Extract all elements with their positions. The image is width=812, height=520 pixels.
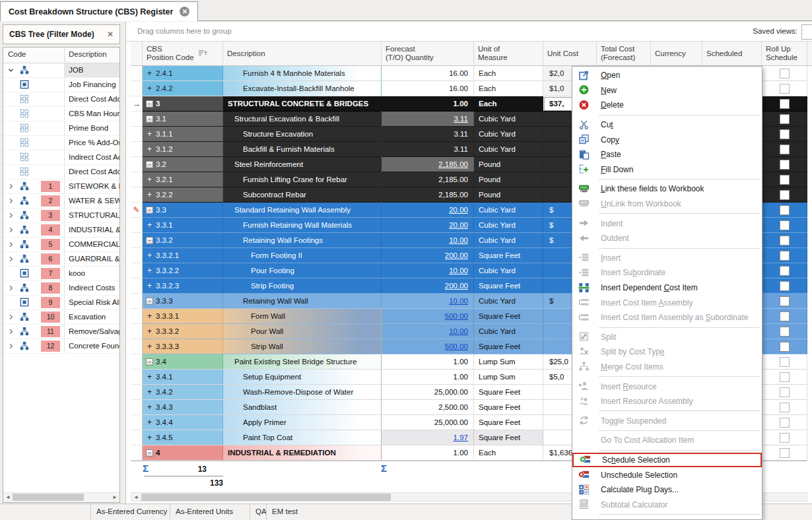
cell-unit-of-measure[interactable]: Each	[474, 445, 543, 461]
tree-row-direct-cost-add-o[interactable]: Direct Cost Add-O	[3, 92, 119, 107]
menu-item-open[interactable]: Open	[572, 68, 762, 83]
cell-unit-of-measure[interactable]: Lump Sum	[474, 370, 543, 385]
cell-roll-up-schedule[interactable]	[762, 324, 807, 339]
expand-icon[interactable]: +	[146, 313, 153, 320]
collapse-icon[interactable]: −	[146, 207, 153, 214]
column-header-blank[interactable]	[131, 42, 143, 66]
tree-row-excavation[interactable]: 10Excavation	[3, 310, 119, 325]
expand-icon[interactable]: +	[146, 343, 153, 350]
tree-row-job-financing[interactable]: Job Financing	[3, 78, 119, 92]
tree-horizontal-scrollbar[interactable]: ◄ ►	[3, 492, 119, 502]
roll-up-schedule-checkbox[interactable]	[780, 205, 790, 215]
cell-description[interactable]: Paint Top Coat	[223, 430, 382, 445]
roll-up-schedule-checkbox[interactable]	[780, 251, 790, 261]
expand-icon[interactable]: +	[146, 434, 153, 441]
cell-forecast-quantity[interactable]: 20.00	[382, 218, 474, 233]
column-header-unit-cost[interactable]: Unit Cost	[543, 42, 597, 66]
cell-unit-of-measure[interactable]: Cubic Yard	[474, 324, 543, 339]
scroll-right-icon[interactable]: ►	[110, 493, 119, 502]
expand-icon[interactable]: +	[146, 282, 153, 290]
cell-position-code[interactable]: −3.3.3	[143, 294, 223, 309]
cell-description[interactable]: Setup Equipment	[223, 370, 382, 385]
column-header-roll-up-schedule[interactable]: Roll Up Schedule	[762, 42, 807, 66]
roll-up-schedule-checkbox[interactable]	[780, 418, 790, 428]
menu-item-insert-cost-item-assembly[interactable]: Insert Cost Item Assembly	[572, 295, 762, 310]
cell-unit-of-measure[interactable]: Cubic Yard	[474, 218, 543, 233]
tab-cbs-register[interactable]: Cost Breakdown Structure (CBS) Register …	[0, 1, 198, 21]
menu-item-split-by-cost-type[interactable]: Split by Cost Type	[572, 344, 762, 360]
cell-roll-up-schedule[interactable]	[762, 127, 807, 142]
cell-forecast-quantity[interactable]: 200.00	[382, 278, 474, 294]
cell-roll-up-schedule[interactable]	[762, 233, 807, 248]
cell-unit-of-measure[interactable]: Square Feet	[474, 248, 543, 263]
column-header-forecast-t-o-quantity[interactable]: Forecast (T/O) Quantity	[382, 42, 474, 66]
cell-forecast-quantity[interactable]: 1.00	[382, 370, 474, 385]
cell-description[interactable]: Backfill & Furnish Materials	[223, 142, 382, 157]
cell-unit-of-measure[interactable]: Square Feet	[474, 385, 543, 400]
column-header-unit-of-measure[interactable]: Unit of Measure	[474, 42, 543, 66]
cell-position-code[interactable]: +3.3.3.1	[143, 309, 223, 324]
cell-unit-of-measure[interactable]: Cubic Yard	[474, 233, 543, 248]
roll-up-schedule-checkbox[interactable]	[780, 311, 790, 321]
menu-item-merge-cost-items[interactable]: Merge Cost Items	[572, 360, 762, 375]
cell-unit-of-measure[interactable]: Square Feet	[474, 309, 543, 324]
cell-roll-up-schedule[interactable]	[762, 157, 807, 172]
menu-item-calculate-plug-days[interactable]: Calculate Plug Days...	[572, 482, 762, 498]
expand-icon[interactable]: +	[146, 85, 153, 92]
menu-item-link-these-fields-to-workbook[interactable]: Link these fields to Workbook	[572, 181, 762, 197]
cell-position-code[interactable]: +3.3.3.2	[143, 324, 223, 339]
cell-position-code[interactable]: −3.3	[143, 203, 223, 218]
cell-description[interactable]: Furnish Lifting Crane for Rebar	[223, 172, 382, 187]
menu-item-insert-cost-item-assembly-as-subordinate[interactable]: Insert Cost Item Assembly as Subordinate	[572, 310, 762, 325]
cell-forecast-quantity[interactable]: 2,185.00	[382, 172, 474, 187]
tree-row-structural-con[interactable]: 3STRUCTURAL CON	[3, 209, 119, 223]
expand-icon[interactable]: +	[146, 404, 153, 411]
tree-row-remove-salvage[interactable]: 11Remove/Salvage (	[3, 325, 119, 339]
cell-roll-up-schedule[interactable]	[762, 81, 807, 96]
roll-up-schedule-checkbox[interactable]	[780, 296, 790, 306]
roll-up-schedule-checkbox[interactable]	[780, 84, 790, 94]
menu-item-insert-subordinate[interactable]: Insert Subordinate	[572, 265, 762, 280]
caret-right-icon[interactable]	[7, 241, 15, 248]
cell-position-code[interactable]: −3.4	[143, 354, 223, 370]
roll-up-schedule-checkbox[interactable]	[780, 342, 790, 352]
tree-row-water-sewer[interactable]: 2WATER & SEWER	[3, 194, 119, 209]
caret-right-icon[interactable]	[7, 183, 15, 190]
cell-roll-up-schedule[interactable]	[762, 278, 807, 294]
tree-row-concrete-foundat[interactable]: 12Concrete Foundat	[3, 339, 119, 354]
caret-right-icon[interactable]	[7, 255, 15, 263]
cell-forecast-quantity[interactable]: 1.00	[382, 354, 474, 370]
menu-item-roll-up-quantities[interactable]: Roll Up Quantities	[572, 517, 762, 520]
expand-icon[interactable]: +	[146, 146, 153, 153]
cell-description[interactable]: Pour Footing	[223, 263, 382, 278]
cell-description[interactable]: Form Footing II	[223, 248, 382, 263]
cell-description[interactable]: Subcontract Rebar	[223, 187, 382, 203]
expand-icon[interactable]: +	[146, 328, 153, 335]
cell-forecast-quantity[interactable]: 10.00	[382, 294, 474, 309]
cell-description[interactable]: Excavate-Install-Backfill Manhole	[223, 81, 382, 96]
cell-unit-of-measure[interactable]: Square Feet	[474, 400, 543, 415]
menu-item-new[interactable]: New	[572, 83, 762, 98]
cell-roll-up-schedule[interactable]	[762, 112, 807, 127]
cell-forecast-quantity[interactable]: 2,500.00	[382, 400, 474, 415]
cell-description[interactable]: Strip Footing	[223, 278, 382, 294]
roll-up-schedule-checkbox[interactable]	[780, 357, 790, 367]
expand-icon[interactable]: +	[146, 222, 153, 229]
cell-position-code[interactable]: +3.2.2	[143, 187, 223, 203]
cell-forecast-quantity[interactable]: 25,000.00	[382, 385, 474, 400]
cell-position-code[interactable]: +2.4.2	[143, 81, 223, 96]
caret-right-icon[interactable]	[7, 313, 15, 321]
cell-description[interactable]: Pour Wall	[223, 324, 382, 339]
cell-roll-up-schedule[interactable]	[762, 430, 807, 445]
cell-description[interactable]: Apply Primer	[223, 415, 382, 430]
cell-roll-up-schedule[interactable]	[762, 142, 807, 157]
tree-row-special-risk-allowa[interactable]: 9Special Risk Allowa	[3, 296, 119, 310]
menu-item-insert-dependent-cost-item[interactable]: Insert Dependent Cost Item	[572, 280, 762, 296]
caret-right-icon[interactable]	[7, 284, 15, 292]
cell-description[interactable]: Furnish Retaining Wall Materials	[223, 218, 382, 233]
cell-roll-up-schedule[interactable]	[762, 415, 807, 430]
menu-item-insert-resource[interactable]: Insert Resource	[572, 379, 762, 394]
collapse-icon[interactable]: −	[146, 100, 153, 108]
cell-position-code[interactable]: −4	[143, 445, 223, 461]
roll-up-schedule-checkbox[interactable]	[780, 160, 790, 170]
